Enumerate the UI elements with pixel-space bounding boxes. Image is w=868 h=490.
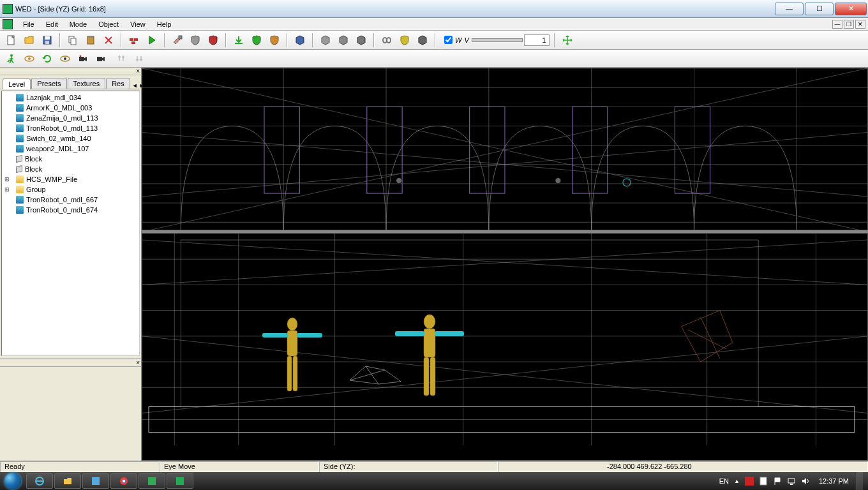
walk-icon[interactable] [4,51,19,66]
delete-button[interactable] [101,33,116,48]
link-icon[interactable] [379,33,394,48]
tree-item-5[interactable]: weapon2_MDL_107 [3,144,138,154]
tray-lang[interactable]: EN [719,477,729,485]
tree-item-label: TronRobot_0_mdl_113 [26,124,98,132]
tree-item-10[interactable]: TronRobot_0_mdl_667 [3,195,138,205]
hex-gray1-icon[interactable] [318,33,333,48]
object-tree[interactable]: Laznjak_mdl_034ArmorK_0_MDL_003ZenaZmija… [1,91,140,356]
shield-green-icon[interactable] [249,33,264,48]
viewport-top[interactable] [142,68,868,230]
tree-item-11[interactable]: TronRobot_0_mdl_674 [3,205,138,215]
shield-orange-icon[interactable] [267,33,282,48]
camera1-icon[interactable] [75,51,91,66]
open-button[interactable] [22,33,37,48]
task-wed[interactable] [167,473,193,489]
tray-action-icon[interactable] [759,477,768,486]
tab-scroll-left[interactable]: ◄ [132,82,138,89]
tree-item-6[interactable]: Block [3,154,138,164]
camera2-icon[interactable] [93,51,108,66]
svg-point-78 [424,315,435,329]
tree-item-3[interactable]: TronRobot_0_mdl_113 [3,123,138,133]
eye2-icon[interactable] [57,51,73,66]
shield-yellow-icon[interactable] [397,33,412,48]
tray-volume-icon[interactable] [801,477,810,486]
arrows-up-icon[interactable] [114,51,129,66]
wv-slider[interactable] [472,38,523,42]
run-button[interactable] [144,33,160,48]
hex-gray3-icon[interactable] [354,33,369,48]
tray-up-icon[interactable]: ▲ [734,478,740,484]
wv-value[interactable]: 1 [524,34,550,46]
minimize-button[interactable]: — [775,3,804,15]
tree-item-9[interactable]: Group [3,184,138,195]
hex-dark-icon[interactable] [415,33,430,48]
wire-object [347,361,404,387]
hammer-icon[interactable] [170,33,185,48]
menu-mode[interactable]: Mode [64,19,93,29]
copy-button[interactable] [65,33,80,48]
status-coords: -284.000 469.622 -665.280 [498,461,868,472]
task-explorer[interactable] [54,473,81,489]
tray-ati-icon[interactable] [745,477,754,486]
tray-flag-icon[interactable] [773,477,782,486]
shield-red-icon[interactable] [206,33,221,48]
arrows-down-icon[interactable] [131,51,147,66]
maximize-button[interactable]: ☐ [805,3,834,15]
move-icon[interactable] [560,33,575,48]
save-button[interactable] [40,33,55,48]
mdl-icon [16,104,24,112]
panel-close-buttonon[interactable]: × [0,68,141,75]
tree-item-label: Laznjak_mdl_034 [26,94,81,101]
close-button[interactable]: ✕ [835,3,867,15]
tab-textures[interactable]: Textures [68,78,106,89]
viewport-bottom[interactable] [142,233,868,461]
tab-res[interactable]: Res [106,78,130,89]
panel2-close-button[interactable]: × [0,359,141,367]
menu-object[interactable]: Object [93,19,124,29]
svg-rect-83 [430,357,435,396]
build-button[interactable] [126,33,142,48]
task-ie[interactable] [26,473,53,489]
hex-blue-icon[interactable] [292,33,308,48]
svg-rect-93 [788,479,795,483]
start-button[interactable] [0,472,26,490]
mdi-restore-button[interactable]: ❐ [844,20,854,29]
tree-item-7[interactable]: Block [3,164,138,174]
svg-rect-7 [89,36,93,38]
wv-checkbox[interactable] [444,36,453,44]
tab-presets[interactable]: Presets [31,78,66,89]
tree-item-label: Group [26,186,46,193]
tray-clock[interactable]: 12:37 PM [819,477,849,485]
import-button[interactable] [231,33,246,48]
tree-item-2[interactable]: ZenaZmija_0_mdl_113 [3,113,138,123]
w-label: W [455,36,461,44]
tree-item-label: Block [25,165,42,173]
task-app2[interactable] [138,473,165,489]
task-app1[interactable] [82,473,109,489]
tree-item-8[interactable]: HCS_WMP_File [3,174,138,184]
mdi-close-button[interactable]: ✕ [855,20,865,29]
tree-item-0[interactable]: Laznjak_mdl_034 [3,93,138,103]
menu-file[interactable]: File [18,19,40,29]
svg-rect-73 [287,330,297,356]
tab-level[interactable]: Level [3,78,31,89]
tree-item-4[interactable]: Swich_02_wmb_140 [3,133,138,144]
menu-edit[interactable]: Edit [41,19,63,29]
hex-gray2-icon[interactable] [336,33,351,48]
status-ready: Ready [0,461,160,472]
eye-icon[interactable] [22,51,37,66]
paste-button[interactable] [83,33,98,48]
tree-item-1[interactable]: ArmorK_0_MDL_003 [3,103,138,113]
new-button[interactable] [4,33,19,48]
toolbar-secondary [0,50,868,68]
shield-gray-icon[interactable] [188,33,203,48]
mdi-minimize-button[interactable]: — [832,20,842,29]
menu-view[interactable]: View [125,19,151,29]
show-desktop-button[interactable] [857,472,863,490]
rotate-icon[interactable] [40,51,55,66]
svg-point-88 [123,480,125,482]
menu-help[interactable]: Help [152,19,177,29]
mdl-icon [16,145,24,152]
tray-network-icon[interactable] [787,477,796,486]
task-chrome[interactable] [110,473,137,489]
